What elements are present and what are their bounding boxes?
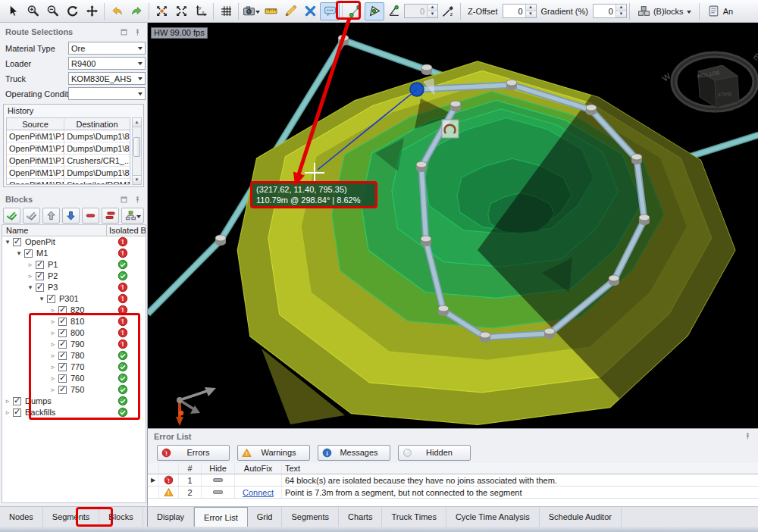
- delete-button[interactable]: [300, 2, 320, 20]
- autofix-link[interactable]: Connect: [243, 488, 274, 497]
- hide-toggle[interactable]: [202, 487, 235, 498]
- history-col-source[interactable]: Source: [7, 118, 64, 130]
- move-up-button[interactable]: [42, 208, 60, 224]
- zoom-out-button[interactable]: [42, 2, 62, 20]
- select-cursor-button[interactable]: [3, 2, 23, 20]
- operating-conditions-combo[interactable]: [68, 87, 146, 100]
- checkbox-checked[interactable]: [13, 238, 21, 246]
- remove-button[interactable]: [82, 208, 99, 224]
- hierarchy-button[interactable]: [121, 208, 144, 224]
- pin-icon[interactable]: [744, 432, 752, 440]
- collapse-icon[interactable]: ▾: [38, 294, 45, 304]
- error-row[interactable]: ▶!164 block(s) are isolated because they…: [148, 474, 758, 487]
- checkbox-checked[interactable]: [58, 329, 67, 337]
- expand-icon[interactable]: ▹: [49, 362, 57, 372]
- tree-item-m1[interactable]: ▾M1!: [2, 248, 146, 259]
- tree-item-770[interactable]: ▹770: [2, 361, 146, 373]
- dropdown-caret-icon[interactable]: [255, 11, 260, 16]
- pan-button[interactable]: [82, 2, 102, 20]
- spin-up-icon[interactable]: ▲: [526, 5, 536, 11]
- tab-display[interactable]: Display: [148, 507, 194, 527]
- maximize-icon[interactable]: [120, 196, 128, 204]
- blocks-menu-button[interactable]: (B)locks: [632, 2, 697, 20]
- tree-item-dumps[interactable]: ▹Dumps: [2, 396, 146, 407]
- hide-pill-icon[interactable]: [213, 490, 223, 494]
- checkbox-checked[interactable]: [58, 352, 67, 360]
- column-number[interactable]: #: [179, 463, 202, 474]
- checkbox-checked[interactable]: [58, 363, 67, 371]
- tab-segments[interactable]: Segments: [282, 507, 339, 527]
- history-row[interactable]: OpenPit\M1\P1\...Crushers/CR1_...: [7, 155, 130, 167]
- pin-icon[interactable]: [133, 28, 142, 36]
- zoom-in-button[interactable]: [23, 2, 42, 20]
- history-scrollbar[interactable]: ▲ ▼: [132, 117, 142, 185]
- tab-error-list[interactable]: Error List: [194, 507, 248, 527]
- expand-icon[interactable]: ▹: [49, 317, 57, 327]
- collapse-icon[interactable]: ▾: [4, 237, 11, 247]
- collapse-icon[interactable]: ▾: [27, 283, 34, 293]
- spinner-buttons[interactable]: ▲▼: [615, 5, 626, 17]
- expand-icon[interactable]: ▹: [27, 260, 34, 270]
- history-col-destination[interactable]: Destination: [64, 118, 130, 130]
- history-row[interactable]: OpenPit\M1\P1\...Dumps\Dump1\8...: [7, 130, 130, 142]
- orientation-gizmo[interactable]: WEBOTTOMBACK: [660, 52, 758, 109]
- expand-icon[interactable]: ▹: [49, 374, 57, 383]
- grid-button[interactable]: [216, 2, 236, 20]
- spin-down-icon[interactable]: ▼: [526, 11, 536, 17]
- messages-filter-button[interactable]: iMessages: [318, 445, 390, 461]
- pick-z-button[interactable]: z: [438, 2, 458, 20]
- checkbox-checked[interactable]: [36, 283, 44, 292]
- join-nodes-button[interactable]: [345, 2, 365, 20]
- tree-item-790[interactable]: ▹790!: [2, 339, 146, 350]
- scroll-up-icon[interactable]: ▲: [133, 118, 141, 127]
- checkbox-checked[interactable]: [47, 295, 55, 303]
- tree-item-p3[interactable]: ▾P3!: [2, 282, 146, 293]
- tab-nodes[interactable]: Nodes: [0, 507, 43, 527]
- measure-button[interactable]: [261, 2, 280, 20]
- material-type-combo[interactable]: Ore: [68, 42, 146, 55]
- column-name[interactable]: Name: [2, 226, 106, 235]
- checkbox-checked[interactable]: [24, 249, 33, 258]
- maximize-icon[interactable]: [120, 28, 128, 36]
- checkbox-checked[interactable]: [13, 408, 21, 417]
- tab-cycle-time-analysis[interactable]: Cycle Time Analysis: [446, 507, 540, 527]
- scroll-thumb[interactable]: [133, 137, 140, 157]
- tree-item-p301[interactable]: ▾P301!: [2, 293, 146, 305]
- column-text[interactable]: Text: [282, 463, 758, 474]
- remove-all-button[interactable]: [102, 208, 119, 224]
- triangle-node-button[interactable]: [365, 2, 384, 20]
- axes-button[interactable]: yx: [191, 2, 211, 20]
- viewport-3d[interactable]: WEBOTTOMBACK HW 99.00 fps (3217.62, 11.4…: [148, 23, 758, 428]
- tab-blocks[interactable]: Blocks: [99, 507, 143, 527]
- edit-pencil-button[interactable]: [280, 2, 300, 20]
- redo-button[interactable]: [127, 2, 146, 20]
- angle-node-button[interactable]: [384, 2, 404, 20]
- checkbox-checked[interactable]: [58, 340, 67, 349]
- history-row[interactable]: OpenPit\M1\P1\...Dumps\Dump1\8...: [7, 142, 130, 155]
- tree-item-820[interactable]: ▹820!: [2, 305, 146, 316]
- column-autofix[interactable]: AutoFix: [235, 463, 282, 474]
- expand-icon[interactable]: ▹: [4, 408, 11, 418]
- gradient-spinner[interactable]: 0▲▼: [593, 4, 627, 18]
- expand-icon[interactable]: ▹: [49, 351, 57, 361]
- tab-charts[interactable]: Charts: [339, 507, 382, 527]
- spin-up-icon[interactable]: ▲: [616, 5, 626, 11]
- move-down-button[interactable]: [62, 208, 80, 224]
- tree-item-backfills[interactable]: ▹Backfills: [2, 407, 146, 418]
- combo-dropdown-icon[interactable]: [135, 58, 145, 69]
- snapshot-button[interactable]: [241, 2, 261, 20]
- expand-icon[interactable]: ▹: [49, 385, 57, 395]
- error-row[interactable]: !2ConnectPoint is 7.3m from a segment, b…: [148, 487, 758, 499]
- tree-item-p1[interactable]: ▹P1: [2, 259, 146, 271]
- tree-item-810[interactable]: ▹810!: [2, 316, 146, 327]
- expand-icon[interactable]: ▹: [49, 305, 57, 315]
- checkbox-checked[interactable]: [58, 318, 67, 326]
- combo-dropdown-icon[interactable]: [135, 42, 145, 54]
- hidden-filter-button[interactable]: Hidden: [398, 445, 471, 461]
- tree-item-p2[interactable]: ▹P2: [2, 271, 146, 282]
- tree-item-780[interactable]: ▹780: [2, 350, 146, 361]
- annotate-button[interactable]: An: [702, 2, 738, 20]
- rotate-view-button[interactable]: [62, 2, 82, 20]
- tab-truck-times[interactable]: Truck Times: [382, 507, 446, 527]
- checkbox-checked[interactable]: [36, 272, 44, 280]
